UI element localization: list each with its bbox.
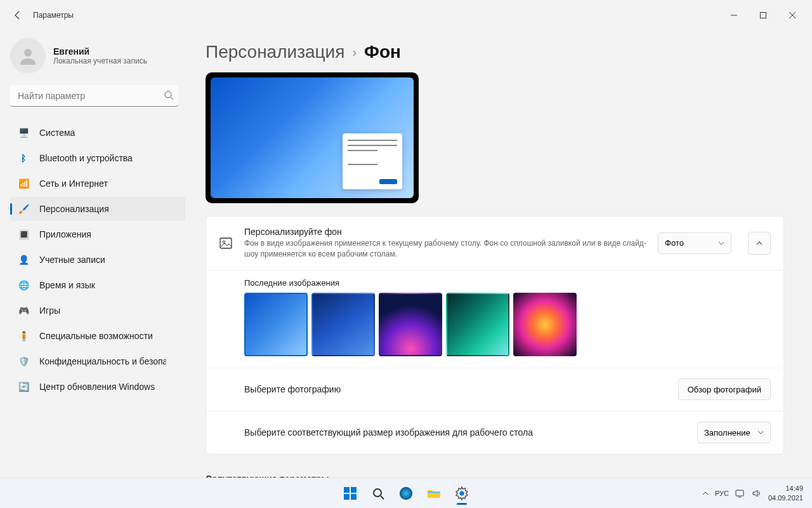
nav-privacy[interactable]: 🛡️Конфиденциальность и безопасность xyxy=(10,349,185,373)
monitor-icon: 🖥️ xyxy=(18,127,29,138)
svg-rect-3 xyxy=(220,238,232,248)
choose-photo-label: Выберите фотографию xyxy=(244,384,667,394)
tray-language[interactable]: РУС xyxy=(715,490,729,497)
nav-label: Центр обновления Windows xyxy=(39,382,155,392)
recent-image-2[interactable] xyxy=(311,293,375,356)
titlebar: Параметры xyxy=(0,0,812,30)
tray-chevron-icon[interactable] xyxy=(702,490,709,497)
chevron-up-icon xyxy=(756,239,763,247)
image-icon xyxy=(219,236,233,250)
brush-icon: 🖌️ xyxy=(18,203,29,215)
nav-label: Конфиденциальность и безопасность xyxy=(39,356,166,366)
preview-window-mock xyxy=(343,133,402,189)
taskbar-explorer-button[interactable] xyxy=(421,481,447,506)
nav-label: Специальные возможности xyxy=(39,331,153,341)
nav-apps[interactable]: 🔳Приложения xyxy=(10,222,185,246)
bluetooth-icon: ᛒ xyxy=(18,152,29,164)
svg-rect-9 xyxy=(351,494,357,500)
wifi-icon: 📶 xyxy=(18,178,29,189)
nav-network[interactable]: 📶Сеть и Интернет xyxy=(10,171,185,196)
avatar-icon xyxy=(10,38,46,74)
taskbar: РУС 14:49 04.09.2021 xyxy=(0,478,812,508)
shield-icon: 🛡️ xyxy=(18,356,29,367)
person-icon: 👤 xyxy=(18,254,29,265)
back-button[interactable] xyxy=(5,3,30,28)
nav-list: 🖥️Система ᛒBluetooth и устройства 📶Сеть … xyxy=(10,121,185,399)
recent-image-4[interactable] xyxy=(446,293,509,356)
nav-accessibility[interactable]: 🧍Специальные возможности xyxy=(10,324,185,348)
accessibility-icon: 🧍 xyxy=(18,330,29,342)
recent-image-5[interactable] xyxy=(513,293,577,356)
fit-dropdown[interactable]: Заполнение xyxy=(697,422,771,443)
dropdown-value: Заполнение xyxy=(704,428,750,438)
card-title: Персонализируйте фон xyxy=(244,227,646,237)
sidebar: Евгений Локальная учетная запись 🖥️Систе… xyxy=(0,30,190,478)
globe-icon: 🌐 xyxy=(18,279,29,291)
svg-point-12 xyxy=(400,487,412,500)
tray-volume-icon[interactable] xyxy=(752,489,762,498)
apps-icon: 🔳 xyxy=(18,229,29,240)
gamepad-icon: 🎮 xyxy=(18,305,29,316)
nav-label: Приложения xyxy=(39,229,91,239)
nav-label: Персонализация xyxy=(39,204,109,214)
svg-point-2 xyxy=(165,91,171,98)
user-subtitle: Локальная учетная запись xyxy=(53,57,147,65)
minimize-button[interactable] xyxy=(719,5,749,25)
chevron-down-icon xyxy=(718,240,724,246)
nav-update[interactable]: 🔄Центр обновления Windows xyxy=(10,375,185,399)
nav-label: Bluetooth и устройства xyxy=(39,153,133,163)
tray-clock[interactable]: 14:49 04.09.2021 xyxy=(768,484,803,502)
chevron-right-icon: › xyxy=(352,45,357,60)
card-description: Фон в виде изображения применяется к тек… xyxy=(244,238,646,260)
recent-image-1[interactable] xyxy=(244,293,308,356)
tray-time: 14:49 xyxy=(768,484,803,493)
svg-point-14 xyxy=(460,491,464,495)
svg-rect-6 xyxy=(344,487,350,493)
taskbar-edge-button[interactable] xyxy=(393,481,419,506)
nav-bluetooth[interactable]: ᛒBluetooth и устройства xyxy=(10,146,185,170)
nav-personalization[interactable]: 🖌️Персонализация xyxy=(10,197,185,221)
svg-point-10 xyxy=(374,489,381,497)
nav-accounts[interactable]: 👤Учетные записи xyxy=(10,248,185,272)
svg-rect-0 xyxy=(761,13,766,18)
breadcrumb-current: Фон xyxy=(364,42,401,62)
svg-rect-15 xyxy=(736,490,743,496)
search-icon[interactable] xyxy=(164,90,174,100)
dropdown-value: Фото xyxy=(665,238,684,248)
fit-label: Выберите соответствующий размер изображе… xyxy=(244,427,686,438)
taskbar-settings-button[interactable] xyxy=(449,481,475,506)
tray-date: 04.09.2021 xyxy=(768,493,803,502)
update-icon: 🔄 xyxy=(18,381,29,392)
main-content: Персонализация › Фон Персонализируй xyxy=(190,30,812,478)
nav-gaming[interactable]: 🎮Игры xyxy=(10,298,185,323)
svg-point-4 xyxy=(223,241,225,243)
nav-time-lang[interactable]: 🌐Время и язык xyxy=(10,273,185,297)
start-button[interactable] xyxy=(337,481,363,506)
nav-system[interactable]: 🖥️Система xyxy=(10,121,185,145)
svg-rect-8 xyxy=(344,494,350,500)
user-name: Евгений xyxy=(53,46,147,57)
window-controls xyxy=(719,5,807,25)
recent-label: Последние изображения xyxy=(244,278,745,288)
taskbar-search-button[interactable] xyxy=(365,481,391,506)
recent-image-3[interactable] xyxy=(379,293,442,356)
close-button[interactable] xyxy=(778,5,807,25)
tray-network-icon[interactable] xyxy=(735,489,745,498)
recent-images-section: Последние изображения xyxy=(206,270,783,368)
maximize-button[interactable] xyxy=(749,5,778,25)
svg-rect-7 xyxy=(351,487,357,493)
desktop-preview xyxy=(206,72,419,203)
breadcrumb-parent[interactable]: Персонализация xyxy=(206,42,344,62)
svg-rect-13 xyxy=(428,491,440,493)
personalize-card: Персонализируйте фон Фон в виде изображе… xyxy=(206,216,784,455)
window-title: Параметры xyxy=(33,11,74,20)
nav-label: Время и язык xyxy=(39,280,95,290)
browse-photos-button[interactable]: Обзор фотографий xyxy=(678,378,771,400)
user-block[interactable]: Евгений Локальная учетная запись xyxy=(10,38,185,74)
search-input[interactable] xyxy=(10,85,178,107)
nav-label: Сеть и Интернет xyxy=(39,178,108,189)
nav-label: Игры xyxy=(39,305,60,316)
background-type-dropdown[interactable]: Фото xyxy=(658,232,731,254)
chevron-down-icon xyxy=(757,429,764,436)
collapse-button[interactable] xyxy=(748,232,771,255)
